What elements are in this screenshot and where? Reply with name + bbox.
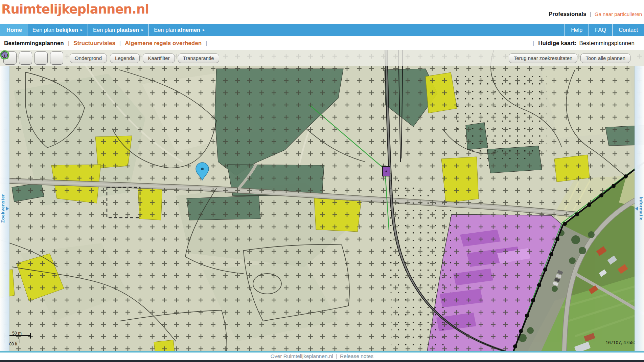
map-viewport[interactable]: 50 m 100 ft 167107, 475528 ? xyxy=(0,50,644,353)
toolbar-right-group: Terug naar zoekresultaten Toon alle plan… xyxy=(506,54,630,63)
terug-naar-zoekresultaten-button[interactable]: Terug naar zoekresultaten xyxy=(509,54,577,63)
map-type-tabs: Bestemmingsplannen | Structuurvisies | A… xyxy=(0,36,644,50)
nav-label-prefix: Een plan xyxy=(154,27,176,33)
about-link[interactable]: Over Ruimtelijkeplannen.nl xyxy=(271,353,333,359)
chevron-right-icon: ▸ xyxy=(141,27,143,32)
nav-item-faq[interactable]: FAQ xyxy=(589,24,612,36)
nav-help-label: Help xyxy=(571,27,582,33)
tab-structuurvisies[interactable]: Structuurvisies xyxy=(73,40,115,47)
info-icon: i xyxy=(0,50,9,60)
nav-contact-label: Contact xyxy=(619,27,638,33)
measure-button[interactable]: ? xyxy=(34,51,48,65)
nav-label-bold: afnemen xyxy=(177,27,200,33)
current-map-label: Huidige kaart: xyxy=(538,40,576,47)
nav-label-prefix: Een plan xyxy=(32,27,54,33)
info-tool-button[interactable]: i xyxy=(50,51,63,65)
go-to-particulieren-link[interactable]: Ga naar particulieren xyxy=(595,11,642,17)
ondergrond-button[interactable]: Ondergrond xyxy=(70,54,107,63)
mouse-coordinates: 167107, 475528 xyxy=(605,340,639,345)
nav-label-bold: bekijken xyxy=(56,27,78,33)
nav-spacer xyxy=(210,24,565,36)
toon-alle-plannen-button[interactable]: Toon alle plannen xyxy=(580,54,630,63)
kaartfilter-button[interactable]: Kaartfilter xyxy=(143,54,175,63)
current-map-indicator: | Huidige kaart: Bestemmingsplannen xyxy=(529,40,635,47)
zoom-out-button[interactable] xyxy=(19,51,32,65)
audience-label: Professionals xyxy=(549,11,586,17)
nav-item-help[interactable]: Help xyxy=(565,24,589,36)
zoekvenster-panel-toggle[interactable]: Zoekvenster xyxy=(0,66,9,351)
station-marker xyxy=(383,167,390,176)
current-map-value: Bestemmingsplannen xyxy=(579,40,635,47)
audience-switcher: Professionals | Ga naar particulieren xyxy=(549,11,642,18)
tab-algemene-regels[interactable]: Algemene regels overheden xyxy=(125,40,202,47)
release-notes-link[interactable]: Release notes xyxy=(340,353,373,359)
nav-home-label: Home xyxy=(6,27,22,33)
site-logo[interactable]: Ruimtelijkeplannen.nl xyxy=(1,2,149,17)
transparantie-button[interactable]: Transparantie xyxy=(178,54,219,63)
nav-label-bold: plaatsen xyxy=(116,27,139,33)
nav-faq-label: FAQ xyxy=(595,27,606,33)
chevron-right-icon: ▸ xyxy=(203,27,205,32)
informatie-label: Informatie xyxy=(639,197,644,220)
page-footer: Over Ruimtelijkeplannen.nl | Release not… xyxy=(0,353,644,360)
nav-item-plan-bekijken[interactable]: Een plan bekijken ▸ xyxy=(27,24,88,36)
informatie-panel-toggle[interactable]: Informatie xyxy=(635,66,644,351)
chevron-right-icon: ▸ xyxy=(80,27,83,32)
main-navigation: Home Een plan bekijken ▸ Een plan plaats… xyxy=(0,24,644,36)
nav-label-prefix: Een plan xyxy=(93,27,115,33)
nav-item-plan-plaatsen[interactable]: Een plan plaatsen ▸ xyxy=(88,24,149,36)
zoekvenster-label: Zoekvenster xyxy=(0,194,5,223)
footer-separator: | xyxy=(336,353,337,359)
expand-left-icon xyxy=(635,207,638,211)
map-toolbar: ? i Ondergrond Legenda Kaartfilter Trans… xyxy=(0,50,644,66)
nav-right-group: Help FAQ Contact xyxy=(565,24,644,36)
expand-right-icon xyxy=(6,207,9,211)
tab-separator: | xyxy=(119,40,121,47)
nav-item-home[interactable]: Home xyxy=(0,24,27,36)
taskbar-edge xyxy=(0,360,644,362)
current-map-separator: | xyxy=(533,40,534,47)
svg-text:i: i xyxy=(4,52,5,58)
tab-bestemmingsplannen[interactable]: Bestemmingsplannen xyxy=(4,40,64,47)
tab-separator: | xyxy=(68,40,69,47)
scale-meters-label: 50 m xyxy=(12,331,22,336)
nav-item-contact[interactable]: Contact xyxy=(612,24,644,36)
legenda-button[interactable]: Legenda xyxy=(110,54,140,63)
page-header: Ruimtelijkeplannen.nl Professionals | Ga… xyxy=(0,0,644,24)
tab-separator: | xyxy=(206,40,207,47)
tab-group: Bestemmingsplannen | Structuurvisies | A… xyxy=(0,40,211,47)
nav-item-plan-afnemen[interactable]: Een plan afnemen ▸ xyxy=(149,24,210,36)
header-separator: | xyxy=(590,11,591,17)
map-canvas[interactable]: 50 m 100 ft 167107, 475528 xyxy=(0,50,644,351)
